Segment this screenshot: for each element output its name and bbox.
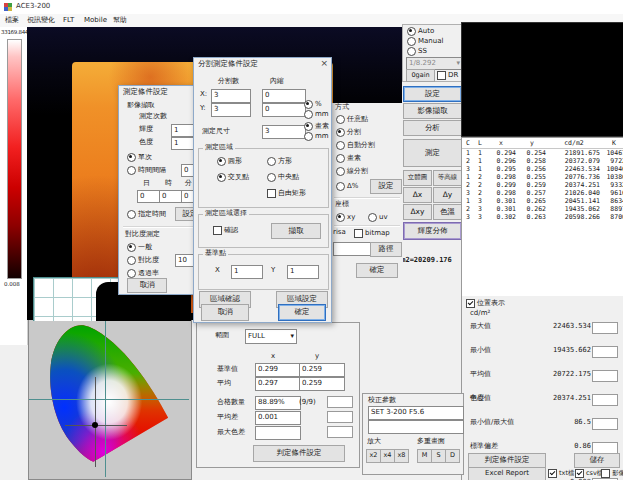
calib-empty-field[interactable]	[368, 420, 464, 434]
radio-center-point[interactable]: 中央點	[267, 173, 299, 182]
radio-percent[interactable]: %	[304, 100, 322, 109]
col-header-k[interactable]: K	[602, 138, 623, 148]
checkbox-image[interactable]: 影像檔	[601, 469, 623, 478]
contour-button[interactable]: 等高線	[433, 170, 462, 186]
radio-cross-point[interactable]: 交叉點	[217, 173, 249, 182]
checkbox-confirm[interactable]: 確認	[213, 226, 238, 235]
radio-line-split[interactable]: 線分割	[336, 167, 368, 176]
method-ok-button[interactable]: 確定	[356, 263, 398, 278]
ref-x-field[interactable]: 0.299	[255, 363, 301, 377]
table-row[interactable]: 330.3020.26320598.2668700	[462, 213, 623, 221]
path-button[interactable]: 路徑	[370, 242, 402, 257]
checkbox-bitmap[interactable]: bitmap	[354, 229, 390, 238]
y-inset-field[interactable]: 0	[262, 103, 306, 117]
zoom-x2-button[interactable]: x2	[366, 449, 381, 463]
cie-diagram-window[interactable]	[28, 318, 192, 480]
radio-uv[interactable]: uv	[368, 213, 388, 222]
checkbox-dr[interactable]: DR	[437, 71, 458, 80]
radio-transmit[interactable]: 透過率	[127, 269, 159, 278]
analyze-button[interactable]: 分析	[403, 120, 462, 136]
judge-condition-button[interactable]: 判定條件設定	[468, 453, 546, 468]
delta-xy-button[interactable]: Δxy	[403, 204, 432, 220]
pass-field[interactable]: 88.89%	[255, 396, 301, 410]
table-row[interactable]: 310.2950.25622463.53410046	[462, 165, 623, 173]
x-div-field[interactable]: 3	[211, 89, 251, 103]
close-icon[interactable]: ×	[320, 59, 328, 69]
color-temp-button[interactable]: 色溫	[433, 204, 462, 220]
radio-auto[interactable]: Auto	[407, 27, 434, 36]
radio-single[interactable]: 單次	[127, 153, 152, 162]
radio-pixel[interactable]: 畫素	[336, 154, 361, 163]
zoom-x4-button[interactable]: x4	[380, 449, 395, 463]
calib-value-field[interactable]: SET 3-200 F5.6	[368, 406, 464, 420]
radio-timed[interactable]: 指定時間	[127, 210, 166, 219]
preview-image[interactable]	[461, 22, 623, 137]
table-row[interactable]: 110.2940.25421891.67510467	[462, 149, 623, 157]
maxdiff-field[interactable]	[255, 426, 301, 440]
radio-auto-split[interactable]: 自動分割	[336, 141, 375, 150]
table-row[interactable]: 220.2990.25920374.2519332	[462, 181, 623, 189]
col-header-x[interactable]: x	[486, 138, 518, 148]
multi-s-button[interactable]: S	[431, 449, 446, 463]
stereo-button[interactable]: 立體圖	[403, 170, 432, 186]
dialog-title-bar[interactable]: 分割測定條件設定 ×	[194, 58, 331, 75]
radio-general[interactable]: 一般	[127, 243, 152, 252]
checkbox-txt[interactable]: txt檔	[548, 469, 574, 478]
range-judge-button[interactable]: 判定條件設定	[253, 445, 345, 462]
table-row[interactable]: 320.2980.25721026.0409616	[462, 189, 623, 197]
avg-y-field[interactable]: 0.259	[299, 377, 345, 391]
save-button[interactable]: 儲存	[574, 453, 620, 468]
checkbox-free-rect[interactable]: 自由矩形	[267, 189, 306, 198]
radio-mm-unit[interactable]: mm	[304, 132, 329, 141]
title-bar[interactable]: ACE3-200	[0, 0, 623, 15]
zoom-x8-button[interactable]: x8	[394, 449, 409, 463]
size-field[interactable]: 3	[262, 125, 306, 139]
gain-button[interactable]: 0gain	[406, 69, 435, 82]
excel-report-button[interactable]: Excel Report	[468, 467, 546, 480]
base-y-field[interactable]: 1	[287, 265, 319, 279]
measure-button[interactable]: 測定	[403, 139, 462, 167]
luminance-dist-button[interactable]: 輝度分佈	[403, 222, 462, 240]
checkbox-csv[interactable]: csv檔	[575, 469, 603, 478]
col-header-l[interactable]: L	[474, 138, 486, 148]
menu-item-flt[interactable]: FLT	[63, 17, 74, 25]
menu-item-mobile[interactable]: Mobile	[84, 17, 107, 25]
radio-mm[interactable]: mm	[304, 110, 329, 119]
radio-contrast[interactable]: 對比度	[127, 256, 159, 265]
radio-interval[interactable]: 時間間隔	[127, 166, 166, 175]
white-point-marker[interactable]	[92, 422, 98, 428]
menu-item-help[interactable]: 幫助	[113, 17, 127, 25]
checkbox-position-display[interactable]: 位置表示	[466, 299, 505, 308]
avgdiff-field[interactable]: 0.001	[255, 411, 301, 425]
y-div-field[interactable]: 3	[211, 103, 251, 117]
radio-manual[interactable]: Manual	[407, 37, 443, 46]
range-dropdown[interactable]: FULL▾	[245, 329, 297, 344]
menu-item-video[interactable]: 視訊變化	[27, 17, 55, 25]
col-header-y[interactable]: y	[518, 138, 548, 148]
split-cancel-button[interactable]: 取消	[201, 304, 249, 321]
delta-y-button[interactable]: Δy	[433, 187, 462, 203]
ref-y-field[interactable]: 0.259	[299, 363, 345, 377]
radio-delta-percent[interactable]: Δ%	[336, 182, 358, 191]
base-x-field[interactable]: 1	[231, 265, 263, 279]
multi-m-button[interactable]: M	[417, 449, 432, 463]
grab-button[interactable]: 擷取	[271, 223, 321, 239]
image-capture-button[interactable]: 影像擷取	[403, 103, 462, 119]
method-set-button[interactable]: 設定	[370, 179, 402, 194]
table-row[interactable]: 210.2960.25820372.0799722	[462, 157, 623, 165]
hour-field[interactable]: 0	[159, 190, 183, 203]
settings-button[interactable]: 設定	[403, 86, 462, 102]
table-row[interactable]: 120.2980.25520776.73610386	[462, 173, 623, 181]
path-field[interactable]	[333, 242, 372, 256]
radio-circle[interactable]: 圓形	[217, 157, 242, 166]
col-header-cdm2[interactable]: cd/m2	[548, 138, 602, 148]
cond-cancel-button[interactable]: 取消	[127, 278, 167, 293]
radio-ss[interactable]: SS	[407, 47, 427, 56]
day-field[interactable]: 0	[137, 190, 161, 203]
radio-pixel-unit[interactable]: 畫素	[304, 122, 329, 131]
x-inset-field[interactable]: 0	[262, 89, 306, 103]
radio-any-point[interactable]: 任意點	[336, 115, 368, 124]
table-row[interactable]: 230.3010.26219435.0628897	[462, 205, 623, 213]
avg-x-field[interactable]: 0.297	[255, 377, 301, 391]
menu-item-file[interactable]: 檔案	[5, 17, 19, 25]
